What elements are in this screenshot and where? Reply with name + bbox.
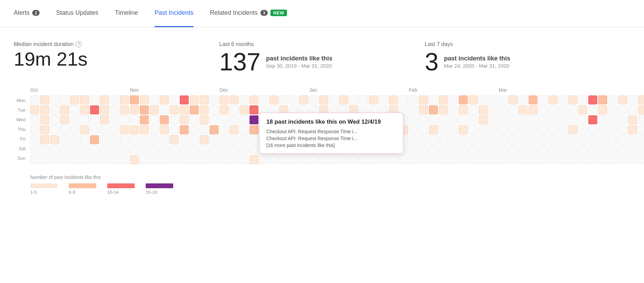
calendar-cell[interactable] [180,135,189,144]
calendar-cell[interactable] [70,145,79,154]
calendar-cell[interactable] [608,115,617,124]
calendar-cell[interactable] [469,135,478,144]
calendar-cell[interactable] [60,115,69,124]
calendar-cell[interactable] [190,115,199,124]
calendar-cell[interactable] [598,135,607,144]
calendar-cell[interactable] [190,135,199,144]
calendar-cell[interactable] [80,155,89,164]
calendar-cell[interactable] [489,105,498,114]
calendar-cell[interactable] [279,125,288,134]
calendar-cell[interactable] [618,145,627,154]
calendar-cell[interactable] [529,115,537,124]
calendar-cell[interactable] [50,135,59,144]
calendar-cell[interactable] [618,155,627,164]
calendar-cell[interactable] [439,95,448,104]
calendar-cell[interactable] [538,135,547,144]
calendar-cell[interactable] [489,155,498,164]
calendar-cell[interactable] [110,95,119,104]
calendar-cell[interactable] [299,145,308,154]
calendar-cell[interactable] [309,125,318,134]
calendar-cell[interactable] [538,105,547,114]
calendar-cell[interactable] [439,155,448,164]
calendar-cell[interactable] [150,95,159,104]
calendar-cell[interactable] [30,145,39,154]
calendar-cell[interactable] [220,95,229,104]
calendar-cell[interactable] [40,145,49,154]
calendar-cell[interactable] [638,115,644,124]
calendar-cell[interactable] [519,155,528,164]
calendar-cell[interactable] [598,115,607,124]
calendar-cell[interactable] [429,125,438,134]
calendar-cell[interactable] [160,115,169,124]
calendar-cell[interactable] [608,145,617,154]
calendar-cell[interactable] [638,135,644,144]
calendar-cell[interactable] [309,95,318,104]
calendar-cell[interactable] [110,125,119,134]
calendar-cell[interactable] [210,125,219,134]
help-icon[interactable]: ? [76,41,82,47]
calendar-cell[interactable] [638,155,644,164]
calendar-cell[interactable] [220,105,229,114]
calendar-cell[interactable] [628,145,637,154]
calendar-cell[interactable] [419,95,428,104]
calendar-cell[interactable] [519,135,528,144]
calendar-cell[interactable] [529,125,537,134]
calendar-cell[interactable] [598,95,607,104]
calendar-cell[interactable] [449,135,458,144]
calendar-cell[interactable] [130,135,139,144]
calendar-cell[interactable] [568,115,577,124]
calendar-cell[interactable] [529,95,537,104]
calendar-cell[interactable] [409,95,418,104]
calendar-cell[interactable] [349,155,358,164]
calendar-cell[interactable] [249,95,258,104]
calendar-cell[interactable] [319,155,328,164]
calendar-cell[interactable] [249,145,258,154]
calendar-cell[interactable] [618,105,627,114]
calendar-cell[interactable] [578,135,587,144]
calendar-cell[interactable] [548,95,557,104]
calendar-cell[interactable] [369,95,378,104]
calendar-cell[interactable] [299,105,308,114]
calendar-cell[interactable] [568,105,577,114]
calendar-cell[interactable] [359,125,368,134]
calendar-cell[interactable] [210,95,219,104]
calendar-cell[interactable] [240,105,248,114]
calendar-cell[interactable] [419,135,428,144]
calendar-cell[interactable] [499,145,508,154]
calendar-cell[interactable] [70,125,79,134]
calendar-cell[interactable] [120,105,129,114]
calendar-cell[interactable] [279,155,288,164]
calendar-cell[interactable] [170,145,179,154]
calendar-cell[interactable] [110,135,119,144]
calendar-cell[interactable] [319,105,328,114]
calendar-cell[interactable] [289,155,298,164]
calendar-cell[interactable] [449,125,458,134]
calendar-cell[interactable] [60,125,69,134]
calendar-cell[interactable] [628,125,637,134]
tab-status-updates[interactable]: Status Updates [56,0,98,27]
calendar-cell[interactable] [299,95,308,104]
calendar-cell[interactable] [110,105,119,114]
calendar-cell[interactable] [220,115,229,124]
calendar-cell[interactable] [359,135,368,144]
calendar-cell[interactable] [40,115,49,124]
calendar-cell[interactable] [349,135,358,144]
calendar-cell[interactable] [40,95,49,104]
calendar-cell[interactable] [339,125,348,134]
calendar-cell[interactable] [588,155,597,164]
calendar-cell[interactable] [40,135,49,144]
calendar-cell[interactable] [230,125,238,134]
calendar-cell[interactable] [190,105,199,114]
calendar-cell[interactable] [100,135,109,144]
calendar-cell[interactable] [598,125,607,134]
calendar-cell[interactable] [329,115,338,124]
calendar-cell[interactable] [180,105,189,114]
calendar-cell[interactable] [548,115,557,124]
calendar-cell[interactable] [359,115,368,124]
calendar-cell[interactable] [309,135,318,144]
calendar-cell[interactable] [230,95,238,104]
calendar-cell[interactable] [220,145,229,154]
calendar-cell[interactable] [389,145,398,154]
calendar-cell[interactable] [150,105,159,114]
calendar-cell[interactable] [618,95,627,104]
